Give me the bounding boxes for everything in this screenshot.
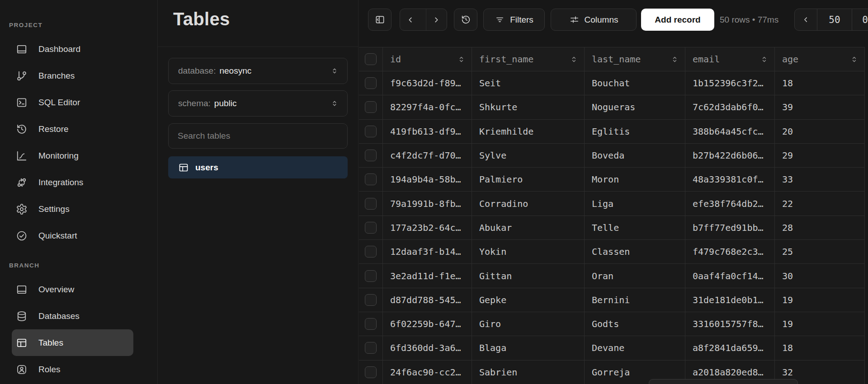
- sort-icon[interactable]: [760, 55, 769, 64]
- cell-last-name[interactable]: Classen: [585, 240, 685, 263]
- cell-age[interactable]: 29: [775, 144, 865, 167]
- cell-id[interactable]: 79a1991b-8fb…: [383, 192, 472, 215]
- sort-icon[interactable]: [457, 55, 466, 64]
- cell-last-name[interactable]: Bouchat: [585, 71, 685, 95]
- cell-last-name[interactable]: Boveda: [585, 144, 685, 167]
- schema-select[interactable]: schema: public: [168, 90, 348, 117]
- cell-first-name[interactable]: Gittan: [472, 264, 585, 287]
- cell-first-name[interactable]: Giro: [472, 312, 585, 336]
- database-select[interactable]: database: neosync: [168, 58, 348, 84]
- cell-last-name[interactable]: Moron: [585, 168, 685, 191]
- cell-id[interactable]: 82297f4a-0fc…: [383, 95, 472, 119]
- column-header-first-name[interactable]: first_name: [472, 47, 585, 71]
- forward-button[interactable]: [426, 9, 447, 30]
- cell-email[interactable]: 388b64a45cfc…: [685, 120, 775, 143]
- cell-first-name[interactable]: Sylve: [472, 144, 585, 167]
- cell-id[interactable]: f9c63d2d-f89…: [383, 71, 472, 95]
- cell-id[interactable]: d87dd788-545…: [383, 288, 472, 312]
- sidebar-item-restore[interactable]: Restore: [12, 116, 133, 142]
- cell-first-name[interactable]: Palmiero: [472, 168, 585, 191]
- cell-email[interactable]: b27b422d6b06…: [685, 144, 775, 167]
- back-button[interactable]: [400, 9, 421, 30]
- row-checkbox[interactable]: [365, 294, 377, 306]
- cell-first-name[interactable]: Abukar: [472, 216, 585, 239]
- column-header-last-name[interactable]: last_name: [585, 47, 685, 71]
- cell-first-name[interactable]: Gepke: [472, 288, 585, 312]
- cell-last-name[interactable]: Godts: [585, 312, 685, 336]
- table-row[interactable]: 177a23b2-64c…AbukarTelleb7ff77ed91bb…28: [359, 216, 865, 240]
- cell-first-name[interactable]: Kriemhilde: [472, 120, 585, 143]
- row-checkbox[interactable]: [365, 101, 377, 113]
- cell-email[interactable]: b7ff77ed91bb…: [685, 216, 775, 239]
- cell-age[interactable]: 19: [775, 312, 865, 336]
- sidebar-item-integrations[interactable]: Integrations: [12, 169, 133, 196]
- column-header-email[interactable]: email: [685, 47, 775, 71]
- select-all-checkbox[interactable]: [365, 53, 377, 65]
- table-row[interactable]: 3e2ad11d-f1e…GittanOran0aaf4fa0cf14…30: [359, 264, 865, 288]
- row-checkbox[interactable]: [365, 318, 377, 330]
- row-checkbox[interactable]: [365, 150, 377, 161]
- cell-id[interactable]: 419fb613-df9…: [383, 120, 472, 143]
- table-row[interactable]: 82297f4a-0fc…ShkurteNogueras7c62d3dab6f0…: [359, 95, 865, 119]
- query-history-button[interactable]: [454, 9, 477, 31]
- table-row[interactable]: 12daaf3f-b14…YokinClassenf479c768e2c3…25: [359, 240, 865, 264]
- row-checkbox[interactable]: [365, 366, 377, 378]
- sidebar-item-monitoring[interactable]: Monitoring: [12, 142, 133, 169]
- cell-first-name[interactable]: Corradino: [472, 192, 585, 215]
- cell-first-name[interactable]: Seit: [472, 71, 585, 95]
- cell-email[interactable]: 3316015757f8…: [685, 312, 775, 336]
- cell-last-name[interactable]: Liga: [585, 192, 685, 215]
- table-row[interactable]: 419fb613-df9…KriemhildeEglitis388b64a45c…: [359, 120, 865, 144]
- cell-email[interactable]: 7c62d3dab6f0…: [685, 95, 775, 119]
- cell-id[interactable]: 6f02259b-647…: [383, 312, 472, 336]
- column-header-age[interactable]: age: [775, 47, 865, 71]
- cell-id[interactable]: 24f6ac90-cc2…: [383, 361, 472, 384]
- cell-email[interactable]: f479c768e2c3…: [685, 240, 775, 263]
- cell-id[interactable]: 3e2ad11d-f1e…: [383, 264, 472, 287]
- cell-age[interactable]: 25: [775, 240, 865, 263]
- cell-first-name[interactable]: Shkurte: [472, 95, 585, 119]
- cell-last-name[interactable]: Telle: [585, 216, 685, 239]
- horizontal-scrollbar[interactable]: [649, 379, 798, 384]
- table-row[interactable]: 194a9b4a-58b…PalmieroMoron48a339381c0f…3…: [359, 168, 865, 192]
- row-checkbox[interactable]: [365, 77, 377, 89]
- table-row[interactable]: 79a1991b-8fb…CorradinoLigaefe38f764db2…2…: [359, 192, 865, 215]
- sidebar-item-overview[interactable]: Overview: [12, 276, 133, 303]
- cell-age[interactable]: 18: [775, 336, 865, 360]
- add-record-button[interactable]: Add record: [641, 9, 714, 31]
- row-checkbox[interactable]: [365, 270, 377, 282]
- filters-button[interactable]: Filters: [483, 9, 545, 31]
- cell-age[interactable]: 30: [775, 264, 865, 287]
- cell-last-name[interactable]: Bernini: [585, 288, 685, 312]
- table-list-item-users[interactable]: users: [168, 156, 348, 178]
- cell-first-name[interactable]: Blaga: [472, 336, 585, 360]
- table-row[interactable]: c4f2dc7f-d70…SylveBovedab27b422d6b06…29: [359, 144, 865, 168]
- table-row[interactable]: 6fd360dd-3a6…BlagaDevanea8f2841da659…18: [359, 336, 865, 360]
- columns-button[interactable]: Columns: [551, 9, 637, 31]
- cell-id[interactable]: 177a23b2-64c…: [383, 216, 472, 239]
- cell-id[interactable]: 194a9b4a-58b…: [383, 168, 472, 191]
- row-checkbox[interactable]: [365, 126, 377, 137]
- row-checkbox[interactable]: [365, 198, 377, 210]
- search-tables-input[interactable]: [168, 123, 348, 149]
- table-row[interactable]: f9c63d2d-f89…SeitBouchat1b152396c3f2…18: [359, 71, 865, 95]
- table-row[interactable]: 6f02259b-647…GiroGodts3316015757f8…19: [359, 312, 865, 336]
- collapse-sidebar-button[interactable]: [368, 9, 392, 31]
- row-checkbox[interactable]: [365, 342, 377, 354]
- sidebar-item-databases[interactable]: Databases: [12, 303, 133, 329]
- cell-email[interactable]: a8f2841da659…: [685, 336, 775, 360]
- prev-page-button[interactable]: [795, 9, 817, 30]
- sidebar-item-tables[interactable]: Tables: [12, 329, 133, 356]
- cell-last-name[interactable]: Nogueras: [585, 95, 685, 119]
- cell-email[interactable]: efe38f764db2…: [685, 192, 775, 215]
- sidebar-item-branches[interactable]: Branches: [12, 62, 133, 89]
- cell-email[interactable]: 31de181de0b1…: [685, 288, 775, 312]
- sidebar-item-dashboard[interactable]: Dashboard: [12, 36, 133, 62]
- cell-age[interactable]: 33: [775, 168, 865, 191]
- cell-last-name[interactable]: Oran: [585, 264, 685, 287]
- cell-last-name[interactable]: Devane: [585, 336, 685, 360]
- cell-email[interactable]: 48a339381c0f…: [685, 168, 775, 191]
- page-offset-value[interactable]: 0: [852, 9, 868, 30]
- row-checkbox[interactable]: [365, 246, 377, 258]
- cell-id[interactable]: 6fd360dd-3a6…: [383, 336, 472, 360]
